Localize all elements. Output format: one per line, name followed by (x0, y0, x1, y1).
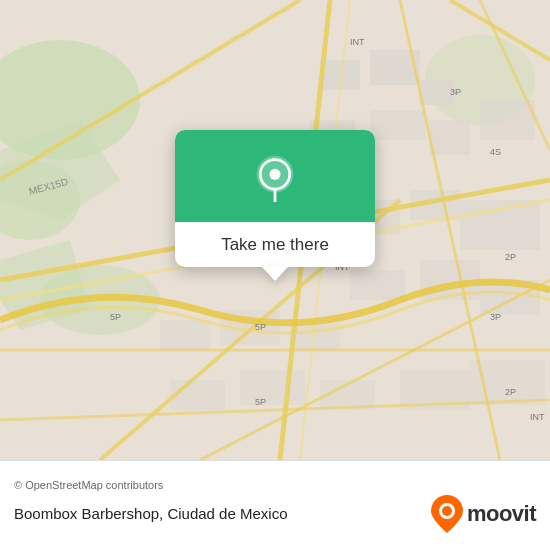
svg-text:2P: 2P (505, 252, 516, 262)
svg-text:5P: 5P (110, 312, 121, 322)
svg-text:3P: 3P (450, 87, 461, 97)
svg-text:INT: INT (530, 412, 545, 422)
svg-rect-23 (170, 380, 225, 410)
moovit-logo: moovit (431, 495, 536, 533)
bottom-bar: © OpenStreetMap contributors Boombox Bar… (0, 460, 550, 550)
svg-rect-12 (430, 120, 470, 155)
svg-rect-11 (370, 110, 425, 140)
svg-text:4S: 4S (490, 147, 501, 157)
popup-arrow (261, 266, 289, 281)
svg-text:5P: 5P (255, 322, 266, 332)
svg-point-56 (269, 169, 280, 180)
svg-rect-24 (240, 370, 305, 405)
svg-text:2P: 2P (505, 387, 516, 397)
popup-green-header (175, 130, 375, 222)
svg-point-58 (442, 506, 452, 516)
svg-text:INT: INT (350, 37, 365, 47)
moovit-pin-icon (431, 495, 463, 533)
moovit-text-label: moovit (467, 501, 536, 527)
copyright-text: © OpenStreetMap contributors (14, 479, 536, 491)
take-me-there-button[interactable]: Take me there (175, 222, 375, 267)
location-name: Boombox Barbershop, Ciudad de Mexico (14, 505, 288, 522)
svg-rect-20 (160, 320, 210, 350)
svg-text:3P: 3P (490, 312, 501, 322)
svg-rect-16 (460, 200, 540, 250)
location-pin-icon (251, 154, 299, 202)
svg-rect-13 (480, 100, 535, 140)
svg-text:5P: 5P (255, 397, 266, 407)
location-popup[interactable]: Take me there (175, 130, 375, 267)
map-view: MEX15D INT 3P 4S 2P 3P 2P INT INT INT 5P… (0, 0, 550, 460)
svg-rect-17 (350, 270, 405, 300)
